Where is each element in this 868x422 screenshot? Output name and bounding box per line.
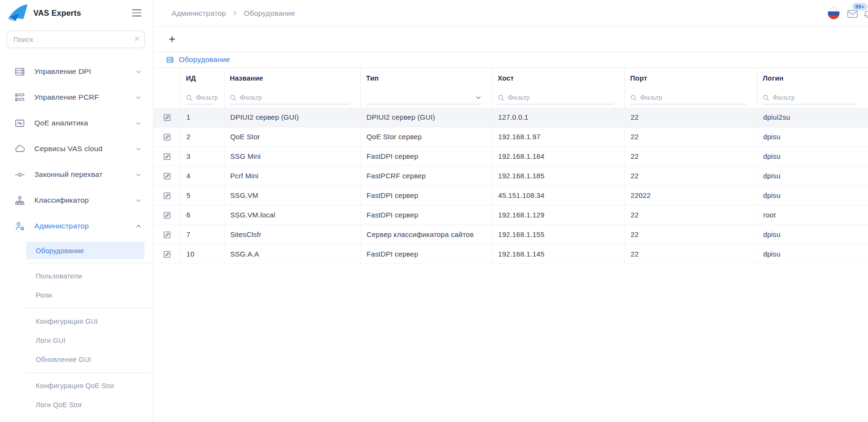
admin-submenu: ОборудованиеПользователиРолиКонфигурация… [0,239,153,419]
equipment-icon [166,56,174,64]
filter-placeholder: Фильтр [196,93,218,102]
table-row: 2QoE StorQoE Stor сервер192.168.1.9722dp… [153,127,868,147]
submenu-item-конфигурация-qoe-stor[interactable]: Конфигурация QoE Stor [0,376,153,395]
cell-host: 192.168.1.129 [492,206,624,225]
mail-icon[interactable] [847,9,858,21]
cell-id: 1 [180,108,224,127]
submenu-item-обновление-gui[interactable]: Обновление GUI [0,350,153,369]
table-row: 3SSG MiniFastDPI сервер192.168.1.18422dp… [153,147,868,166]
column-header-ид[interactable]: ИД [180,68,224,89]
chevron-down-icon [475,94,481,101]
sidebar: VAS Experts ✕ Управление DPIУправление P… [0,0,153,422]
sidebar-item-классификатор[interactable]: Классификатор [0,187,153,213]
filter-placeholder: Фильтр [240,93,262,102]
topbar: Администратор Оборудование 99+ 99+ [153,0,868,27]
sidebar-item-label: Законный перехват [34,170,135,179]
search-icon [498,94,504,101]
cell-host: 45.151.108.34 [492,186,624,205]
chevron-down-icon [135,146,142,152]
column-header-название[interactable]: Название [224,68,360,89]
edit-row-icon[interactable] [162,113,172,123]
cell-id: 5 [180,186,224,205]
cell-login: dpisu [757,147,868,166]
row-edit-cell [153,245,180,264]
submenu-divider [26,263,151,263]
table-row: 1DPIUI2 сервер (GUI)DPIUI2 сервер (GUI)1… [153,108,868,127]
sidebar-item-законный-перехват[interactable]: Законный перехват [0,162,153,187]
sidebar-item-управление-pcrf[interactable]: Управление PCRF [0,84,153,110]
filter-placeholder: Фильтр [640,93,662,102]
submenu-item-роли[interactable]: Роли [0,286,153,305]
logo-row: VAS Experts [0,0,153,26]
edit-row-icon[interactable] [162,230,172,240]
submenu-item-пользователи[interactable]: Пользователи [0,267,153,286]
table-title-row[interactable]: Оборудование [153,51,868,68]
filter-input-порт[interactable]: Фильтр [630,91,746,104]
column-header-тип[interactable]: Тип [360,68,492,89]
search-icon [630,94,637,101]
sidebar-item-управление-dpi[interactable]: Управление DPI [0,59,153,84]
breadcrumb-item-admin[interactable]: Администратор [172,9,226,18]
cell-name: SSG.A.A [224,245,360,264]
filter-input-название[interactable]: Фильтр [230,91,350,104]
cell-port: 22 [624,225,757,244]
sidebar-nav: Управление DPIУправление PCRFQoE аналити… [0,56,153,422]
edit-row-icon[interactable] [162,152,172,162]
classifier-icon [14,195,25,206]
edit-row-icon[interactable] [162,210,172,220]
cell-port: 22 [624,166,757,185]
table-header-row: ИДНазваниеТипХостПортЛогин [153,68,868,89]
pcrf-icon [14,92,25,103]
filter-input-логин[interactable]: Фильтр [763,91,858,104]
filter-input-хост[interactable]: Фильтр [498,91,614,104]
cell-login: dpisu [757,166,868,185]
sidebar-item-qoe-аналитика[interactable]: QoE аналитика [0,110,153,136]
search-input[interactable] [7,31,145,48]
bell-icon[interactable] [862,9,868,21]
cell-name: Pcrf Mini [224,166,360,185]
add-equipment-button[interactable]: + [166,33,178,45]
filter-cell-тип [360,89,492,108]
row-edit-cell [153,186,180,205]
column-header-логин[interactable]: Логин [757,68,868,89]
row-edit-cell [153,206,180,225]
cloud-icon [14,143,25,154]
filter-input-ид[interactable]: Фильтр [186,91,214,104]
edit-row-icon[interactable] [162,132,172,142]
vas-experts-logo-icon [6,2,30,23]
submenu-item-логи-qoe-stor[interactable]: Логи QoE Stor [0,395,153,414]
sidebar-item-администратор[interactable]: Администратор [0,213,153,239]
filter-cell-порт: Фильтр [624,89,757,108]
filter-cell-название: Фильтр [224,89,360,108]
clear-search-icon[interactable]: ✕ [134,35,140,43]
sidebar-item-сервисы-vas-cloud[interactable]: Сервисы VAS cloud [0,136,153,162]
breadcrumb-item-equipment: Оборудование [244,9,295,18]
sidebar-item-label: Администратор [34,222,135,230]
submenu-item-конфигурация-gui[interactable]: Конфигурация GUI [0,312,153,331]
qoe-icon [14,117,25,129]
type-filter-select[interactable] [366,91,481,104]
column-header-хост[interactable]: Хост [492,68,624,89]
cell-name: SSG.VM [224,186,360,205]
dpi-icon [14,66,25,77]
cell-type: FastDPI сервер [360,206,492,225]
breadcrumb: Администратор Оборудование [172,0,295,26]
mail-badge: 99+ [852,3,867,10]
column-header-порт[interactable]: Порт [624,68,757,89]
search-icon [230,94,236,101]
table-row: 7SitesClsfrСервер классификатора сайтов1… [153,225,868,245]
submenu-item-оборудование[interactable]: Оборудование [26,242,144,259]
submenu-item-логи-gui[interactable]: Логи GUI [0,331,153,350]
row-edit-cell [153,108,180,127]
cell-host: 192.168.1.145 [492,245,624,264]
cell-type: FastPCRF сервер [360,166,492,185]
hamburger-menu-icon[interactable] [130,7,143,19]
cell-name: SSG Mini [224,147,360,166]
edit-row-icon[interactable] [162,191,172,201]
cell-host: 192.168.1.155 [492,225,624,244]
edit-row-icon[interactable] [162,249,172,259]
language-flag-icon[interactable] [827,7,840,20]
edit-row-icon[interactable] [162,171,172,181]
cell-type: QoE Stor сервер [360,127,492,146]
cell-id: 6 [180,206,224,225]
